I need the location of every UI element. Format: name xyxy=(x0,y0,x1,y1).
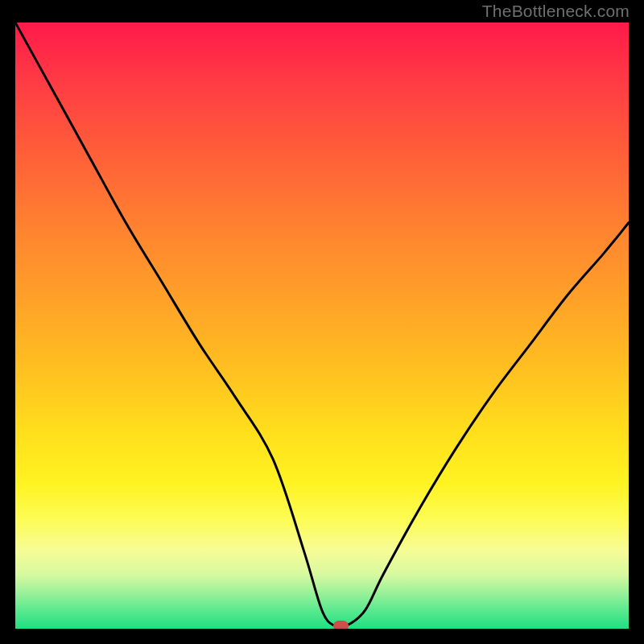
watermark-text: TheBottleneck.com xyxy=(482,2,630,21)
bottleneck-curve xyxy=(15,23,629,628)
plot-area xyxy=(15,23,629,629)
curve-svg xyxy=(15,23,629,629)
minimum-marker xyxy=(333,621,349,629)
chart-frame: TheBottleneck.com xyxy=(0,0,644,644)
